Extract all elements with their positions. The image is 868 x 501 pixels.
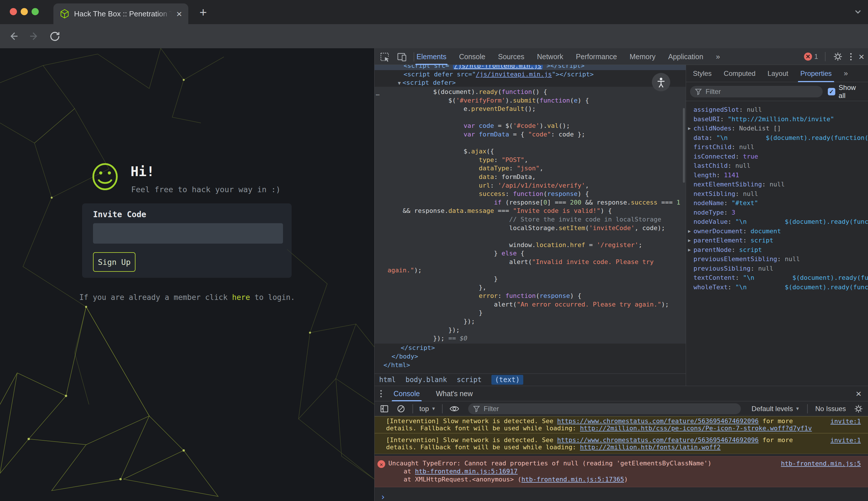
- console-tab-whatsnew[interactable]: What's new: [436, 386, 473, 401]
- maximize-window-icon[interactable]: [32, 8, 39, 15]
- default-levels-dropdown[interactable]: Default levels▼: [751, 405, 800, 413]
- elements-sidebar: StylesComputedLayoutProperties» Filter ✓…: [686, 65, 868, 386]
- dom-closing-tag[interactable]: </script>: [375, 343, 686, 352]
- code-line: }: [387, 275, 686, 283]
- dom-row-script[interactable]: <script defer src="/js/inviteapi.min.js"…: [375, 70, 686, 78]
- console-prompt[interactable]: ›: [375, 487, 868, 501]
- warning-link[interactable]: http://2million.htb/fonts/latin.woff2: [580, 444, 721, 451]
- devtools-close-icon[interactable]: ×: [858, 52, 864, 62]
- sign-up-button[interactable]: Sign Up: [93, 252, 135, 272]
- devtools-tab-network[interactable]: Network: [537, 48, 563, 65]
- warning-link[interactable]: http://2million.htb/css/pe-icons/Pe-icon…: [580, 425, 812, 432]
- sidebar-tab-computed[interactable]: Computed: [724, 65, 756, 82]
- properties-list: assignedSlot: nullbaseURI: "http://2mill…: [686, 101, 868, 292]
- expand-arrow-icon[interactable]: ▶: [688, 124, 691, 133]
- tab-close-icon[interactable]: ×: [176, 9, 182, 19]
- minimize-window-icon[interactable]: [21, 8, 28, 15]
- login-footer: If you are already a member click here t…: [0, 293, 374, 302]
- expand-arrow-icon[interactable]: ▼: [398, 80, 401, 86]
- sidebar-tab-properties[interactable]: Properties: [800, 65, 832, 82]
- console-settings-gear-icon[interactable]: [853, 404, 864, 414]
- breadcrumb-html[interactable]: html: [379, 376, 396, 384]
- error-source-link[interactable]: htb-frontend.min.js:5: [781, 460, 861, 468]
- stack-frame-link[interactable]: htb-frontend.min.js:5:16917: [415, 468, 518, 475]
- property-row-nodeName: nodeName: "#text": [686, 199, 868, 208]
- show-all-checkbox[interactable]: ✓: [828, 88, 835, 95]
- more-tabs-icon[interactable]: »: [844, 69, 848, 78]
- property-row-length: length: 1141: [686, 171, 868, 180]
- no-issues-label[interactable]: No Issues: [815, 405, 846, 413]
- dom-closing-tag[interactable]: </body>: [375, 352, 686, 361]
- console-context-selector[interactable]: top▼: [419, 405, 436, 413]
- property-row-wholeText: wholeText: "\n $(document).ready(functi: [686, 283, 868, 292]
- expand-arrow-icon[interactable]: ▶: [688, 245, 691, 255]
- devtools-tab-elements[interactable]: Elements: [417, 48, 446, 65]
- gutter-ellipsis[interactable]: …: [376, 89, 380, 97]
- invite-code-input[interactable]: [93, 223, 283, 244]
- device-toolbar-icon[interactable]: [396, 51, 407, 62]
- sidebar-tab-layout[interactable]: Layout: [768, 65, 788, 82]
- inspect-element-icon[interactable]: [379, 51, 390, 62]
- code-line: alert("Invalid invite code. Please try: [387, 258, 686, 266]
- devtools-tab-console[interactable]: Console: [459, 48, 485, 65]
- console-sidebar-icon[interactable]: [379, 404, 389, 414]
- elements-scrollbar[interactable]: [683, 108, 685, 183]
- new-tab-button[interactable]: +: [199, 5, 207, 20]
- error-badge[interactable]: ✕ 1: [804, 53, 818, 61]
- code-line: });: [387, 317, 686, 326]
- dom-row-script-open[interactable]: ▼<script defer>: [375, 78, 686, 87]
- browser-toolbar: 不安全 2million.htb/invite G: [0, 24, 868, 48]
- script-src-link[interactable]: /js/inviteapi.min.js: [476, 71, 552, 78]
- property-row-lastChild: lastChild: null: [686, 161, 868, 171]
- property-row-firstChild: firstChild: null: [686, 142, 868, 152]
- properties-filter-input[interactable]: Filter: [690, 86, 823, 97]
- console-close-icon[interactable]: ×: [856, 389, 861, 398]
- login-here-link[interactable]: here: [232, 293, 250, 302]
- expand-arrow-icon[interactable]: ▶: [688, 227, 691, 236]
- sidebar-tab-styles[interactable]: Styles: [693, 65, 712, 82]
- code-line: var code = $('#code').val();: [387, 121, 686, 130]
- close-window-icon[interactable]: [10, 8, 17, 15]
- devtools-menu-kebab-icon[interactable]: [850, 53, 851, 60]
- forward-icon[interactable]: [28, 30, 41, 43]
- dom-breadcrumbs: htmlbody.blankscript(text): [375, 373, 686, 386]
- script-src-link[interactable]: /js/htb-frontend.min.js: [453, 65, 543, 70]
- property-row-parentElement[interactable]: ▶parentElement: script: [686, 236, 868, 245]
- live-expression-eye-icon[interactable]: [449, 403, 460, 414]
- devtools-settings-gear-icon[interactable]: [832, 51, 843, 62]
- console-filter-input[interactable]: Filter: [468, 403, 741, 414]
- breadcrumb-text[interactable]: (text): [491, 375, 523, 385]
- devtools-tab-sources[interactable]: Sources: [498, 48, 525, 65]
- warning-link[interactable]: https://www.chromestatus.com/feature/563…: [557, 417, 759, 425]
- devtools-tab-memory[interactable]: Memory: [629, 48, 655, 65]
- dom-closing-tag[interactable]: </html>: [375, 361, 686, 370]
- warning-link[interactable]: https://www.chromestatus.com/feature/563…: [557, 436, 759, 444]
- more-tabs-icon[interactable]: »: [716, 52, 720, 61]
- devtools-tab-performance[interactable]: Performance: [576, 48, 617, 65]
- breadcrumb-script[interactable]: script: [457, 376, 482, 384]
- accessibility-person-icon[interactable]: [652, 73, 670, 91]
- tab-search-chevron-icon[interactable]: [853, 7, 863, 17]
- property-row-childNodes[interactable]: ▶childNodes: NodeList []: [686, 124, 868, 133]
- console-tab-console[interactable]: Console: [394, 386, 420, 401]
- show-all-label: Show all: [839, 84, 864, 100]
- dom-row-selected[interactable]: <script src="/js/htb-frontend.min.js"></…: [375, 65, 686, 70]
- code-line: $.ajax({: [387, 147, 686, 156]
- back-icon[interactable]: [7, 30, 20, 43]
- stack-frame-link[interactable]: htb-frontend.min.js:5:17365: [521, 476, 624, 483]
- property-row-ownerDocument[interactable]: ▶ownerDocument: document: [686, 227, 868, 236]
- reload-icon[interactable]: [48, 30, 61, 43]
- property-row-data: data: "\n $(document).ready(function(): [686, 133, 868, 143]
- clear-console-icon[interactable]: [396, 404, 406, 414]
- console-menu-kebab-icon[interactable]: [380, 390, 382, 397]
- window-controls[interactable]: [10, 8, 39, 15]
- code-block[interactable]: $(document).ready(function() { $('#verif…: [375, 87, 686, 343]
- browser-tab[interactable]: Hack The Box :: Penetration T ×: [53, 3, 188, 24]
- warning-source-link[interactable]: invite:1: [831, 437, 861, 444]
- property-row-parentNode[interactable]: ▶parentNode: script: [686, 245, 868, 255]
- breadcrumb-bodyblank[interactable]: body.blank: [406, 376, 447, 384]
- devtools-tab-application[interactable]: Application: [668, 48, 703, 65]
- expand-arrow-icon[interactable]: ▶: [688, 236, 691, 245]
- warning-source-link[interactable]: invite:1: [831, 418, 861, 425]
- code-line: again.");: [387, 266, 686, 275]
